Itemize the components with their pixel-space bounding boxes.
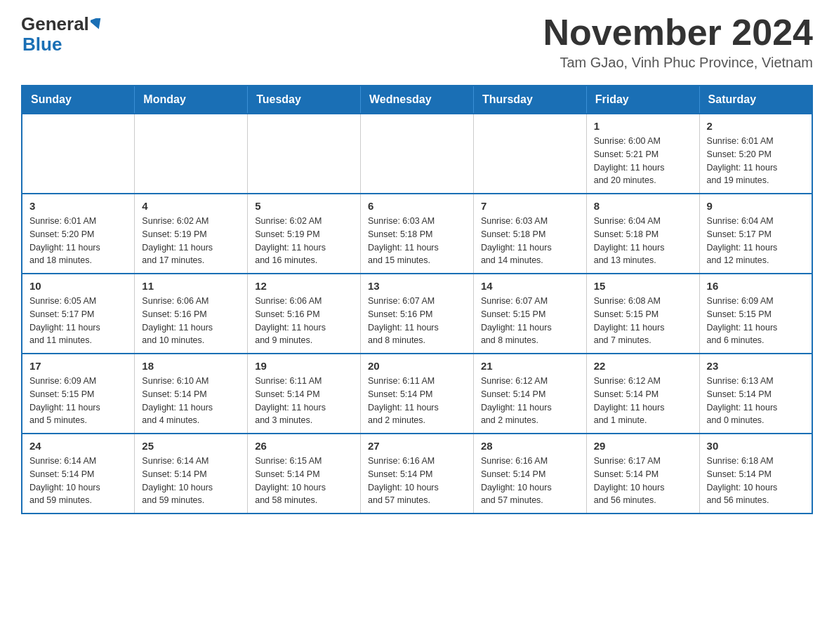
- calendar-cell-w2-d5: 7Sunrise: 6:03 AMSunset: 5:18 PMDaylight…: [473, 194, 586, 274]
- calendar-cell-w5-d7: 30Sunrise: 6:18 AMSunset: 5:14 PMDayligh…: [699, 434, 812, 514]
- weekday-header-row: Sunday Monday Tuesday Wednesday Thursday…: [22, 86, 812, 114]
- calendar-cell-w2-d4: 6Sunrise: 6:03 AMSunset: 5:18 PMDaylight…: [361, 194, 474, 274]
- day-info: Sunrise: 6:15 AMSunset: 5:14 PMDaylight:…: [255, 455, 353, 507]
- day-info: Sunrise: 6:16 AMSunset: 5:14 PMDaylight:…: [481, 455, 579, 507]
- day-number: 10: [29, 280, 127, 292]
- day-number: 22: [594, 360, 692, 372]
- day-info: Sunrise: 6:09 AMSunset: 5:15 PMDaylight:…: [29, 375, 127, 427]
- day-info: Sunrise: 6:17 AMSunset: 5:14 PMDaylight:…: [594, 455, 692, 507]
- day-number: 2: [707, 120, 805, 132]
- calendar-table: Sunday Monday Tuesday Wednesday Thursday…: [21, 85, 813, 514]
- day-number: 3: [29, 200, 127, 212]
- header-saturday: Saturday: [699, 86, 812, 114]
- calendar-cell-w2-d6: 8Sunrise: 6:04 AMSunset: 5:18 PMDaylight…: [586, 194, 699, 274]
- day-number: 26: [255, 440, 353, 452]
- day-info: Sunrise: 6:02 AMSunset: 5:19 PMDaylight:…: [255, 215, 353, 267]
- day-info: Sunrise: 6:11 AMSunset: 5:14 PMDaylight:…: [255, 375, 353, 427]
- day-info: Sunrise: 6:06 AMSunset: 5:16 PMDaylight:…: [142, 295, 240, 347]
- day-info: Sunrise: 6:14 AMSunset: 5:14 PMDaylight:…: [29, 455, 127, 507]
- calendar-cell-w2-d3: 5Sunrise: 6:02 AMSunset: 5:19 PMDaylight…: [248, 194, 361, 274]
- day-info: Sunrise: 6:12 AMSunset: 5:14 PMDaylight:…: [594, 375, 692, 427]
- header-tuesday: Tuesday: [248, 86, 361, 114]
- location-subtitle: Tam GJao, Vinh Phuc Province, Vietnam: [543, 55, 813, 71]
- day-number: 11: [142, 280, 240, 292]
- day-number: 30: [707, 440, 805, 452]
- calendar-body: 1Sunrise: 6:00 AMSunset: 5:21 PMDaylight…: [22, 114, 812, 514]
- calendar-cell-w1-d6: 1Sunrise: 6:00 AMSunset: 5:21 PMDaylight…: [586, 114, 699, 194]
- day-info: Sunrise: 6:05 AMSunset: 5:17 PMDaylight:…: [29, 295, 127, 347]
- svg-marker-0: [91, 18, 103, 29]
- calendar-week-2: 3Sunrise: 6:01 AMSunset: 5:20 PMDaylight…: [22, 194, 812, 274]
- day-number: 28: [481, 440, 579, 452]
- calendar-cell-w5-d6: 29Sunrise: 6:17 AMSunset: 5:14 PMDayligh…: [586, 434, 699, 514]
- day-number: 13: [368, 280, 466, 292]
- calendar-cell-w2-d2: 4Sunrise: 6:02 AMSunset: 5:19 PMDaylight…: [135, 194, 248, 274]
- calendar-cell-w1-d3: [248, 114, 361, 194]
- day-number: 17: [29, 360, 127, 372]
- calendar-cell-w4-d7: 23Sunrise: 6:13 AMSunset: 5:14 PMDayligh…: [699, 354, 812, 434]
- calendar-cell-w5-d3: 26Sunrise: 6:15 AMSunset: 5:14 PMDayligh…: [248, 434, 361, 514]
- day-info: Sunrise: 6:14 AMSunset: 5:14 PMDaylight:…: [142, 455, 240, 507]
- calendar-cell-w3-d5: 14Sunrise: 6:07 AMSunset: 5:15 PMDayligh…: [473, 274, 586, 354]
- calendar-cell-w1-d2: [135, 114, 248, 194]
- calendar-week-5: 24Sunrise: 6:14 AMSunset: 5:14 PMDayligh…: [22, 434, 812, 514]
- day-info: Sunrise: 6:02 AMSunset: 5:19 PMDaylight:…: [142, 215, 240, 267]
- day-info: Sunrise: 6:10 AMSunset: 5:14 PMDaylight:…: [142, 375, 240, 427]
- calendar-cell-w4-d2: 18Sunrise: 6:10 AMSunset: 5:14 PMDayligh…: [135, 354, 248, 434]
- calendar-header: Sunday Monday Tuesday Wednesday Thursday…: [22, 86, 812, 114]
- day-number: 29: [594, 440, 692, 452]
- day-number: 6: [368, 200, 466, 212]
- calendar-cell-w3-d1: 10Sunrise: 6:05 AMSunset: 5:17 PMDayligh…: [22, 274, 135, 354]
- calendar-cell-w4-d4: 20Sunrise: 6:11 AMSunset: 5:14 PMDayligh…: [361, 354, 474, 434]
- day-info: Sunrise: 6:16 AMSunset: 5:14 PMDaylight:…: [368, 455, 466, 507]
- day-info: Sunrise: 6:06 AMSunset: 5:16 PMDaylight:…: [255, 295, 353, 347]
- day-info: Sunrise: 6:00 AMSunset: 5:21 PMDaylight:…: [594, 135, 692, 187]
- calendar-cell-w3-d4: 13Sunrise: 6:07 AMSunset: 5:16 PMDayligh…: [361, 274, 474, 354]
- day-number: 23: [707, 360, 805, 372]
- day-info: Sunrise: 6:08 AMSunset: 5:15 PMDaylight:…: [594, 295, 692, 347]
- calendar-cell-w5-d1: 24Sunrise: 6:14 AMSunset: 5:14 PMDayligh…: [22, 434, 135, 514]
- calendar-cell-w3-d3: 12Sunrise: 6:06 AMSunset: 5:16 PMDayligh…: [248, 274, 361, 354]
- calendar-cell-w1-d7: 2Sunrise: 6:01 AMSunset: 5:20 PMDaylight…: [699, 114, 812, 194]
- calendar-cell-w5-d2: 25Sunrise: 6:14 AMSunset: 5:14 PMDayligh…: [135, 434, 248, 514]
- day-number: 14: [481, 280, 579, 292]
- header-wednesday: Wednesday: [361, 86, 474, 114]
- day-number: 1: [594, 120, 692, 132]
- logo-blue-text: Blue: [22, 34, 62, 55]
- day-number: 27: [368, 440, 466, 452]
- header: General Blue November 2024 Tam GJao, Vin…: [21, 14, 813, 71]
- day-number: 7: [481, 200, 579, 212]
- day-number: 21: [481, 360, 579, 372]
- day-number: 12: [255, 280, 353, 292]
- day-info: Sunrise: 6:07 AMSunset: 5:15 PMDaylight:…: [481, 295, 579, 347]
- day-info: Sunrise: 6:09 AMSunset: 5:15 PMDaylight:…: [707, 295, 805, 347]
- header-sunday: Sunday: [22, 86, 135, 114]
- logo-triangle-icon: [91, 16, 103, 33]
- day-number: 25: [142, 440, 240, 452]
- day-number: 16: [707, 280, 805, 292]
- day-info: Sunrise: 6:13 AMSunset: 5:14 PMDaylight:…: [707, 375, 805, 427]
- day-number: 9: [707, 200, 805, 212]
- calendar-cell-w3-d2: 11Sunrise: 6:06 AMSunset: 5:16 PMDayligh…: [135, 274, 248, 354]
- day-info: Sunrise: 6:12 AMSunset: 5:14 PMDaylight:…: [481, 375, 579, 427]
- day-info: Sunrise: 6:04 AMSunset: 5:18 PMDaylight:…: [594, 215, 692, 267]
- calendar-cell-w4-d5: 21Sunrise: 6:12 AMSunset: 5:14 PMDayligh…: [473, 354, 586, 434]
- calendar-cell-w2-d1: 3Sunrise: 6:01 AMSunset: 5:20 PMDaylight…: [22, 194, 135, 274]
- calendar-cell-w4-d6: 22Sunrise: 6:12 AMSunset: 5:14 PMDayligh…: [586, 354, 699, 434]
- day-info: Sunrise: 6:18 AMSunset: 5:14 PMDaylight:…: [707, 455, 805, 507]
- calendar-week-4: 17Sunrise: 6:09 AMSunset: 5:15 PMDayligh…: [22, 354, 812, 434]
- title-area: November 2024 Tam GJao, Vinh Phuc Provin…: [543, 14, 813, 71]
- day-info: Sunrise: 6:01 AMSunset: 5:20 PMDaylight:…: [29, 215, 127, 267]
- calendar-week-1: 1Sunrise: 6:00 AMSunset: 5:21 PMDaylight…: [22, 114, 812, 194]
- day-number: 24: [29, 440, 127, 452]
- day-info: Sunrise: 6:01 AMSunset: 5:20 PMDaylight:…: [707, 135, 805, 187]
- day-number: 4: [142, 200, 240, 212]
- day-info: Sunrise: 6:07 AMSunset: 5:16 PMDaylight:…: [368, 295, 466, 347]
- logo: General Blue: [21, 14, 103, 54]
- day-number: 5: [255, 200, 353, 212]
- day-number: 20: [368, 360, 466, 372]
- day-info: Sunrise: 6:04 AMSunset: 5:17 PMDaylight:…: [707, 215, 805, 267]
- day-info: Sunrise: 6:03 AMSunset: 5:18 PMDaylight:…: [481, 215, 579, 267]
- calendar-cell-w2-d7: 9Sunrise: 6:04 AMSunset: 5:17 PMDaylight…: [699, 194, 812, 274]
- header-thursday: Thursday: [473, 86, 586, 114]
